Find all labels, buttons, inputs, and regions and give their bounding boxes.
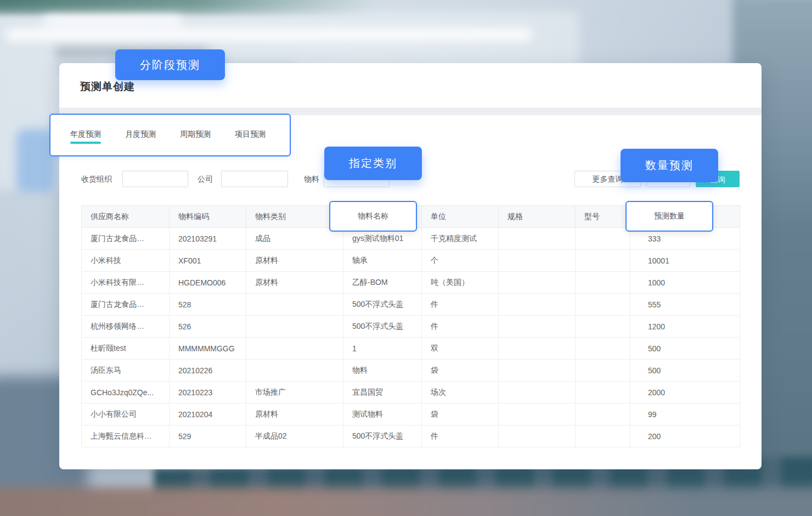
table-cell: 1200	[630, 316, 740, 338]
table-cell: 500不浮式头盖	[343, 316, 422, 338]
table-cell: MMMMMMGGG	[170, 338, 246, 360]
table-row[interactable]: GCHo3Jzq0ZQe...20210223市场推广宜昌国贸场次2000	[82, 382, 740, 403]
table-cell: 物料	[343, 360, 422, 382]
table-cell: 20210204	[170, 403, 246, 425]
table-cell: 小小有限公司	[82, 403, 170, 425]
table-cell	[499, 360, 576, 382]
table-cell: 20210226	[170, 360, 246, 382]
table-cell: 500不浮式头盖	[343, 425, 422, 447]
table-row[interactable]: 厦门古龙食品…528500不浮式头盖件555	[82, 294, 740, 316]
table-cell: 500	[630, 338, 740, 360]
table-cell: 汤臣东马	[82, 360, 170, 382]
table-cell: 500	[630, 360, 740, 382]
table-cell	[246, 338, 343, 360]
tab-monthly-forecast[interactable]: 月度预测	[125, 130, 156, 138]
table-cell: 件	[422, 316, 499, 338]
table-cell: 原材料	[246, 403, 343, 425]
column-header: 规格	[499, 206, 576, 228]
receiving-org-label: 收货组织	[81, 171, 112, 187]
table-cell	[576, 250, 630, 272]
table-cell: 半成品02	[246, 425, 343, 447]
table-cell	[576, 360, 630, 382]
table-body: 厦门古龙食品…202103291成品gys测试物料01千克精度测试333小米科技…	[82, 228, 740, 447]
table-cell: 526	[170, 316, 246, 338]
table-cell	[576, 228, 630, 250]
table-cell: 99	[630, 403, 740, 425]
table-cell	[499, 250, 576, 272]
table-cell: GCHo3Jzq0ZQe...	[82, 382, 170, 403]
forecast-tabs: 年度预测 月度预测 周期预测 项目预测	[70, 130, 266, 138]
quantity-forecast-callout: 数量预测	[621, 149, 718, 182]
table-cell: 双	[422, 338, 499, 360]
table-cell	[576, 382, 630, 403]
table-cell	[499, 228, 576, 250]
table-cell	[576, 294, 630, 316]
column-header: 供应商名称	[82, 206, 170, 228]
table-row[interactable]: 小米科技有限…HGDEMO006原材料乙醇-BOM吨（美国）1000	[82, 272, 740, 294]
receiving-org-input[interactable]	[122, 171, 188, 187]
table-cell: 千克精度测试	[422, 228, 499, 250]
tab-period-forecast[interactable]: 周期预测	[180, 130, 211, 138]
table-cell: 555	[630, 294, 740, 316]
table-cell: 杜昕颐test	[82, 338, 170, 360]
table-cell: 原材料	[246, 250, 343, 272]
table-row[interactable]: 杜昕颐testMMMMMMGGG1双500	[82, 338, 740, 360]
tab-annual-forecast[interactable]: 年度预测	[70, 130, 101, 138]
table-cell: XF001	[170, 250, 246, 272]
forecast-table: 供应商名称物料编码物料类别物料名称单位规格型号预测数量 厦门古龙食品…20210…	[81, 205, 740, 447]
table-cell: 500不浮式头盖	[343, 294, 422, 316]
table-cell: 成品	[246, 228, 343, 250]
table-row[interactable]: 汤臣东马20210226物料袋500	[82, 360, 740, 382]
table-cell: 市场推广	[246, 382, 343, 403]
table-cell: 袋	[422, 360, 499, 382]
table-cell	[576, 316, 630, 338]
page-title: 预测单创建	[80, 80, 135, 94]
company-label: 公司	[198, 171, 213, 187]
column-header: 物料编码	[170, 206, 246, 228]
table-cell	[499, 272, 576, 294]
table-cell: 厦门古龙食品…	[82, 294, 170, 316]
table-cell: 袋	[422, 403, 499, 425]
table-cell	[499, 316, 576, 338]
material-name-highlight-box: 物料名称	[329, 201, 417, 232]
table-cell: 个	[422, 250, 499, 272]
table-row[interactable]: 杭州移领网络…526500不浮式头盖件1200	[82, 316, 740, 338]
table-cell: 小米科技有限…	[82, 272, 170, 294]
phased-forecast-callout: 分阶段预测	[115, 49, 225, 80]
table-cell: 200	[630, 425, 740, 447]
table-cell: 10001	[630, 250, 740, 272]
tab-project-forecast[interactable]: 项目预测	[235, 130, 266, 138]
table-cell: 小米科技	[82, 250, 170, 272]
table-cell	[499, 294, 576, 316]
column-header: 单位	[422, 206, 499, 228]
table-cell: 场次	[422, 382, 499, 403]
table-cell	[246, 360, 343, 382]
table-cell: 件	[422, 425, 499, 447]
table-cell	[499, 338, 576, 360]
table-cell: 杭州移领网络…	[82, 316, 170, 338]
table-cell: 上海甄云信息科…	[82, 425, 170, 447]
table-cell	[246, 294, 343, 316]
table-cell: 乙醇-BOM	[343, 272, 422, 294]
table-cell: 轴承	[343, 250, 422, 272]
table-cell: 宜昌国贸	[343, 382, 422, 403]
specify-category-callout: 指定类别	[324, 147, 422, 180]
table-cell	[576, 403, 630, 425]
company-input[interactable]	[221, 171, 288, 187]
table-cell: 1000	[630, 272, 740, 294]
table-cell	[576, 425, 630, 447]
screen: 预测单创建 年度预测 月度预测 周期预测 项目预测 收货组织 公司 物料 更多查…	[0, 0, 812, 516]
table-cell	[499, 425, 576, 447]
column-header: 物料类别	[246, 206, 343, 228]
material-label: 物料	[304, 171, 319, 187]
table-row[interactable]: 上海甄云信息科…529半成品02500不浮式头盖件200	[82, 425, 740, 447]
table-row[interactable]: 小小有限公司20210204原材料测试物料袋99	[82, 403, 740, 425]
table-cell: 测试物料	[343, 403, 422, 425]
table-cell: 529	[170, 425, 246, 447]
column-header: 型号	[576, 206, 630, 228]
table-cell: 202103291	[170, 228, 246, 250]
table-cell	[576, 272, 630, 294]
table-cell	[499, 382, 576, 403]
table-row[interactable]: 小米科技XF001原材料轴承个10001	[82, 250, 740, 272]
table-cell: 528	[170, 294, 246, 316]
